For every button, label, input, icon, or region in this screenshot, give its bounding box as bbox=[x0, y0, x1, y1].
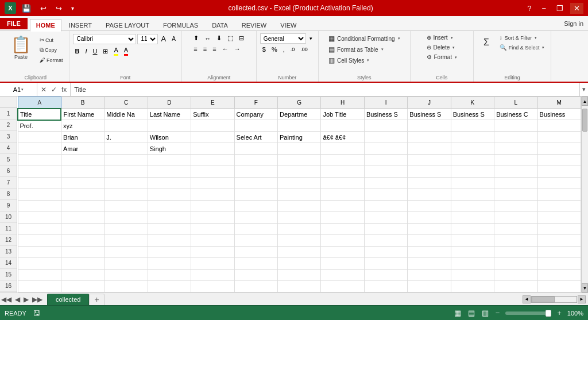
cell-F16[interactable] bbox=[234, 281, 277, 293]
cell-J14[interactable] bbox=[408, 258, 451, 270]
col-header-M[interactable]: M bbox=[537, 97, 581, 109]
cell-M14[interactable] bbox=[537, 258, 581, 270]
quick-access-dropdown[interactable]: ▾ bbox=[68, 4, 78, 13]
cell-H14[interactable] bbox=[321, 258, 364, 270]
cell-B7[interactable] bbox=[61, 178, 104, 189]
cell-G6[interactable] bbox=[278, 166, 321, 178]
cell-I16[interactable] bbox=[364, 281, 407, 293]
cell-E11[interactable] bbox=[191, 224, 234, 235]
cell-C1[interactable]: Middle Na bbox=[105, 109, 148, 120]
zoom-in-btn[interactable]: + bbox=[556, 309, 563, 317]
cell-K4[interactable] bbox=[451, 143, 494, 155]
cell-C7[interactable] bbox=[105, 178, 148, 189]
cell-D15[interactable] bbox=[148, 270, 191, 281]
col-header-K[interactable]: K bbox=[451, 97, 494, 109]
cell-D14[interactable] bbox=[148, 258, 191, 270]
cell-H16[interactable] bbox=[321, 281, 364, 293]
comma-btn[interactable]: , bbox=[281, 45, 287, 54]
increase-decimal-btn[interactable]: .00 bbox=[298, 45, 310, 54]
cell-M6[interactable] bbox=[537, 166, 581, 178]
cell-K16[interactable] bbox=[451, 281, 494, 293]
cell-J16[interactable] bbox=[408, 281, 451, 293]
align-bottom-btn[interactable]: ⬇ bbox=[214, 33, 224, 43]
cell-C11[interactable] bbox=[105, 224, 148, 235]
cell-B10[interactable] bbox=[61, 212, 104, 224]
cell-J3[interactable] bbox=[408, 132, 451, 143]
cell-J11[interactable] bbox=[408, 224, 451, 235]
row-num-10[interactable]: 10 bbox=[0, 212, 17, 223]
cell-A5[interactable] bbox=[18, 155, 61, 166]
cell-L1[interactable]: Business C bbox=[494, 109, 537, 120]
cell-M5[interactable] bbox=[537, 155, 581, 166]
cell-M12[interactable] bbox=[537, 235, 581, 247]
cell-C6[interactable] bbox=[105, 166, 148, 178]
zoom-slider[interactable] bbox=[505, 312, 551, 315]
paste-button[interactable]: 📋 Paste bbox=[6, 33, 36, 61]
cell-F6[interactable] bbox=[234, 166, 277, 178]
italic-button[interactable]: I bbox=[83, 47, 89, 56]
cell-F9[interactable] bbox=[234, 201, 277, 212]
cell-I11[interactable] bbox=[364, 224, 407, 235]
cell-G8[interactable] bbox=[278, 189, 321, 201]
cell-B4[interactable]: Amar bbox=[61, 143, 104, 155]
cell-G4[interactable] bbox=[278, 143, 321, 155]
cell-D10[interactable] bbox=[148, 212, 191, 224]
align-right-btn[interactable]: ≡ bbox=[210, 44, 218, 53]
decrease-indent-btn[interactable]: ← bbox=[220, 44, 231, 53]
cell-C13[interactable] bbox=[105, 247, 148, 258]
tab-formulas[interactable]: FORMULAS bbox=[157, 19, 204, 31]
cell-A14[interactable] bbox=[18, 258, 61, 270]
cell-K12[interactable] bbox=[451, 235, 494, 247]
cell-H10[interactable] bbox=[321, 212, 364, 224]
border-button[interactable]: ⊞ bbox=[100, 47, 110, 56]
cell-C5[interactable] bbox=[105, 155, 148, 166]
increase-indent-btn[interactable]: → bbox=[232, 44, 243, 53]
cell-H1[interactable]: Job Title bbox=[321, 109, 364, 120]
zoom-out-btn[interactable]: − bbox=[494, 309, 501, 317]
cell-D6[interactable] bbox=[148, 166, 191, 178]
cell-I14[interactable] bbox=[364, 258, 407, 270]
increase-font-btn[interactable]: A bbox=[159, 33, 169, 44]
cell-B12[interactable] bbox=[61, 235, 104, 247]
tab-home[interactable]: HOME bbox=[30, 19, 61, 32]
cell-E15[interactable] bbox=[191, 270, 234, 281]
format-btn[interactable]: ⚙ Format ▾ bbox=[424, 53, 461, 61]
cell-M16[interactable] bbox=[537, 281, 581, 293]
cell-A16[interactable] bbox=[18, 281, 61, 293]
align-top-btn[interactable]: ⬆ bbox=[191, 33, 201, 43]
cell-L10[interactable] bbox=[494, 212, 537, 224]
copy-button[interactable]: ⧉Copy bbox=[37, 45, 65, 55]
cell-E3[interactable] bbox=[191, 132, 234, 143]
col-header-I[interactable]: I bbox=[364, 97, 407, 109]
cell-H4[interactable] bbox=[321, 143, 364, 155]
row-num-11[interactable]: 11 bbox=[0, 223, 17, 234]
cell-M4[interactable] bbox=[537, 143, 581, 155]
cell-K8[interactable] bbox=[451, 189, 494, 201]
align-left-btn[interactable]: ≡ bbox=[191, 44, 199, 53]
insert-function-btn[interactable]: fx bbox=[60, 86, 68, 94]
cell-F5[interactable] bbox=[234, 155, 277, 166]
cell-B2[interactable]: xyz bbox=[61, 120, 104, 132]
cell-L6[interactable] bbox=[494, 166, 537, 178]
cell-G16[interactable] bbox=[278, 281, 321, 293]
cell-A4[interactable] bbox=[18, 143, 61, 155]
cell-H3[interactable]: â€¢ â€¢ bbox=[321, 132, 364, 143]
currency-btn[interactable]: $ bbox=[260, 45, 268, 54]
cell-M11[interactable] bbox=[537, 224, 581, 235]
row-num-5[interactable]: 5 bbox=[0, 154, 17, 166]
cell-L14[interactable] bbox=[494, 258, 537, 270]
tab-page-layout[interactable]: PAGE LAYOUT bbox=[99, 19, 156, 31]
cell-C15[interactable] bbox=[105, 270, 148, 281]
cell-A1[interactable]: Title bbox=[18, 109, 61, 120]
cell-K15[interactable] bbox=[451, 270, 494, 281]
cell-E5[interactable] bbox=[191, 155, 234, 166]
zoom-slider-thumb[interactable] bbox=[546, 310, 551, 317]
cell-I12[interactable] bbox=[364, 235, 407, 247]
cell-F1[interactable]: Company bbox=[234, 109, 277, 120]
cell-M10[interactable] bbox=[537, 212, 581, 224]
cell-G10[interactable] bbox=[278, 212, 321, 224]
row-num-15[interactable]: 15 bbox=[0, 269, 17, 280]
align-middle-btn[interactable]: ↔ bbox=[202, 33, 213, 43]
cell-J7[interactable] bbox=[408, 178, 451, 189]
cell-A15[interactable] bbox=[18, 270, 61, 281]
